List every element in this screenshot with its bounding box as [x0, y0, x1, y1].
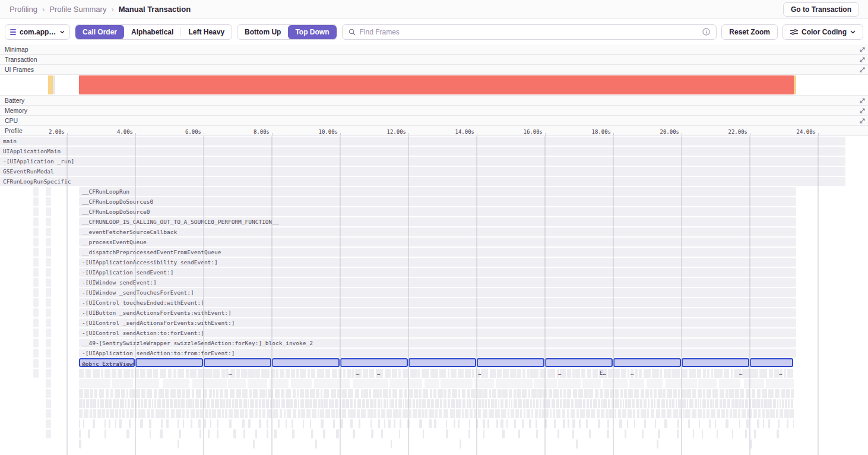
flame-frame-small[interactable] [726, 419, 728, 428]
flame-frame-small[interactable] [342, 409, 346, 418]
flame-frame-small[interactable] [350, 419, 352, 428]
flame-frame-small[interactable] [726, 389, 728, 398]
flame-frame[interactable]: main [0, 137, 845, 146]
flame-frame[interactable] [36, 318, 39, 327]
flame-frame-small[interactable] [422, 409, 423, 418]
flame-frame-small[interactable] [323, 429, 325, 438]
flame-frame-small[interactable] [267, 419, 269, 428]
flame-frame-small[interactable] [754, 429, 756, 438]
flame-frame-small[interactable] [413, 399, 416, 408]
tick-bar[interactable] [53, 75, 55, 94]
flame-frame-small[interactable] [547, 369, 555, 378]
flame-frame-small[interactable] [85, 369, 91, 378]
flame-frame-small[interactable] [280, 409, 282, 418]
flame-frame[interactable] [48, 308, 51, 317]
flame-frame-small[interactable] [234, 409, 239, 418]
flame-frame-small[interactable] [604, 389, 609, 398]
flame-frame-small[interactable] [110, 409, 114, 418]
flame-frame[interactable]: -[UIControl _sendActionsForEvents:withEv… [79, 318, 794, 327]
flame-frame-small[interactable] [664, 419, 667, 428]
flame-frame-small[interactable] [682, 399, 686, 408]
flame-frame-small[interactable] [324, 389, 328, 398]
flame-frame-small[interactable] [487, 419, 489, 428]
flame-frame[interactable] [48, 197, 51, 206]
flame-frame-small[interactable] [606, 409, 609, 418]
flame-frame-small[interactable] [395, 399, 397, 408]
flame-frame-small[interactable] [160, 369, 167, 378]
flame-frame-small[interactable] [707, 369, 710, 378]
flame-frame-small[interactable] [422, 399, 426, 408]
flame-frame-small[interactable] [703, 369, 706, 378]
flame-frame-small[interactable] [198, 369, 203, 378]
flame-frame-small[interactable] [752, 389, 756, 398]
flame-frame-small[interactable] [572, 369, 575, 378]
flame-frame[interactable]: -[UIWindow sendEvent:] [79, 278, 794, 287]
flame-frame-small[interactable] [536, 419, 537, 428]
flame-frame-small[interactable] [793, 419, 794, 428]
flame-frame-small[interactable] [752, 399, 756, 408]
flame-frame-small[interactable] [354, 399, 356, 408]
flame-frame-small[interactable] [314, 379, 350, 388]
flame-frame-small[interactable] [101, 369, 103, 378]
flame-frame-small[interactable] [403, 409, 408, 418]
flame-frame-small[interactable] [112, 379, 133, 388]
flame-frame-small[interactable] [536, 399, 538, 408]
flame-frame-small[interactable] [275, 399, 278, 408]
flame-frame-small[interactable] [298, 409, 300, 418]
flame-frame-small[interactable] [348, 409, 350, 418]
flame-frame-small[interactable] [672, 399, 674, 408]
flame-frame-small[interactable] [97, 409, 101, 418]
flame-frame-small[interactable] [757, 389, 761, 398]
flame-frame-small[interactable] [553, 409, 555, 418]
flame-frame-small[interactable] [196, 389, 201, 398]
flame-frame-small[interactable] [407, 399, 411, 408]
flame-frame[interactable] [48, 298, 51, 307]
flame-frame-small[interactable] [204, 369, 211, 378]
flame-frame-small[interactable] [293, 409, 297, 418]
flame-frame-small[interactable] [681, 369, 688, 378]
flame-frame-small[interactable] [750, 440, 752, 448]
flame-frame-small[interactable] [593, 399, 597, 408]
flame-frame-small[interactable] [204, 419, 206, 428]
flame-frame[interactable]: -[UIControl touchesEnded:withEvent:] [79, 298, 794, 307]
flame-frame-small[interactable] [163, 379, 189, 388]
flame-frame-small[interactable] [154, 389, 157, 398]
flame-frame-small[interactable] [571, 409, 575, 418]
flame-frame-small[interactable] [462, 399, 465, 408]
flame-frame-small[interactable] [451, 399, 455, 408]
flame-frame-small[interactable] [623, 399, 624, 408]
flame-frame-small[interactable] [422, 369, 430, 378]
flame-frame-small[interactable] [294, 399, 297, 408]
flame-frame-small[interactable] [619, 419, 622, 428]
flame-frame-small[interactable] [483, 419, 484, 428]
flame-frame[interactable] [48, 419, 51, 428]
flame-frame[interactable] [793, 318, 796, 327]
flame-frame-small[interactable] [419, 399, 421, 408]
flame-frame-small[interactable] [692, 409, 697, 418]
flame-frame-small[interactable] [418, 409, 420, 418]
flame-frame-small[interactable] [267, 409, 273, 418]
flame-frame-small[interactable] [673, 409, 678, 418]
flame-frame-small[interactable] [331, 409, 335, 418]
flame-frame-small[interactable] [321, 419, 324, 428]
flame-frame-small[interactable] [735, 389, 739, 398]
flame-frame-small[interactable] [543, 399, 546, 408]
flame-frame-small[interactable] [404, 389, 407, 398]
flame-frame-small[interactable] [213, 369, 220, 378]
reset-zoom-button[interactable]: Reset Zoom [721, 24, 778, 40]
flame-frame-small[interactable] [423, 389, 429, 398]
flame-frame-small[interactable] [224, 389, 228, 398]
flame-frame-small[interactable] [389, 399, 391, 408]
flame-frame-small[interactable] [634, 419, 635, 428]
flame-frame-small[interactable] [178, 399, 180, 408]
flame-frame-small[interactable] [419, 419, 422, 428]
flame-frame-small[interactable] [632, 399, 635, 408]
flame-frame-small[interactable] [106, 389, 109, 398]
flame-frame-small[interactable] [550, 409, 552, 418]
flame-frame[interactable] [48, 339, 51, 347]
flame-frame-small[interactable] [742, 409, 746, 418]
flame-frame-small[interactable] [248, 399, 249, 408]
flame-frame-small[interactable] [135, 369, 139, 378]
flame-frame-small[interactable] [217, 409, 221, 418]
flame-frame[interactable] [36, 339, 39, 347]
